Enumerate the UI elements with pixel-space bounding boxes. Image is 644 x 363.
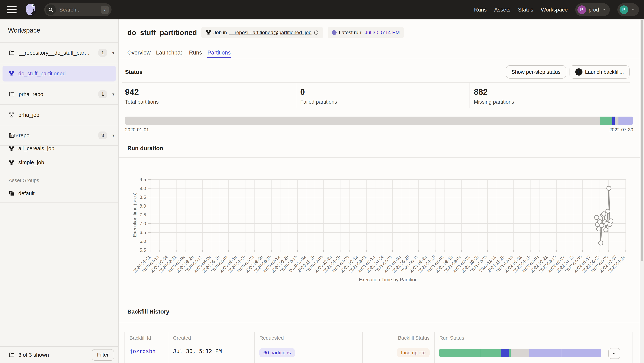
caret-down-icon[interactable]: ▾ bbox=[112, 133, 114, 138]
nav-link-status[interactable]: Status bbox=[518, 7, 533, 13]
folder-icon bbox=[9, 91, 15, 97]
nav-link-assets[interactable]: Assets bbox=[494, 7, 510, 13]
divider bbox=[119, 58, 644, 58]
tab-overview[interactable]: Overview bbox=[127, 47, 150, 58]
svg-text:2020-02-21: 2020-02-21 bbox=[158, 254, 177, 274]
tab-launchpad[interactable]: Launchpad bbox=[156, 47, 184, 58]
bar-segment bbox=[480, 349, 501, 357]
page-scrollbar-thumb[interactable] bbox=[641, 20, 643, 261]
bar-segment bbox=[529, 349, 561, 357]
sidebar-asset-group-label: default bbox=[18, 190, 34, 196]
caret-down-icon[interactable]: ▾ bbox=[112, 92, 114, 97]
sidebar-item-do-stuff-partitioned[interactable]: do_stuff_partitioned bbox=[0, 63, 118, 84]
tab-partitions[interactable]: Partitions bbox=[208, 47, 230, 58]
divider bbox=[119, 322, 644, 322]
filter-button[interactable]: Filter bbox=[92, 349, 114, 361]
sidebar-item-prha-repo[interactable]: prha_repo1▾ bbox=[0, 84, 118, 104]
caret-down-icon[interactable]: ▾ bbox=[112, 50, 114, 56]
search-placeholder: Search... bbox=[59, 7, 81, 13]
svg-text:7.5: 7.5 bbox=[140, 212, 146, 218]
svg-text:2021-08-01: 2021-08-01 bbox=[426, 254, 445, 274]
svg-text:Execution time (secs): Execution time (secs) bbox=[132, 192, 138, 237]
backfill-id-link[interactable]: jozrgsbh bbox=[130, 348, 156, 354]
user-avatar: P bbox=[620, 6, 628, 14]
svg-text:6.5: 6.5 bbox=[140, 230, 146, 235]
sidebar-asset-group-default[interactable]: default bbox=[9, 190, 34, 196]
nav-link-workspace[interactable]: Workspace bbox=[541, 7, 568, 13]
folder-icon-wrap bbox=[9, 50, 15, 56]
svg-text:5.5: 5.5 bbox=[140, 247, 146, 253]
backfill-table: Backfill Id Created Requested Backfill S… bbox=[124, 332, 632, 363]
run-duration-title: Run duration bbox=[127, 145, 163, 152]
stat-missing-partitions: 882Missing partitions bbox=[470, 82, 630, 108]
svg-text:2020-01-01: 2020-01-01 bbox=[132, 254, 152, 274]
bar-segment bbox=[501, 349, 509, 357]
job-icon bbox=[9, 71, 14, 76]
bar-segment bbox=[615, 116, 618, 125]
run-status-bar[interactable] bbox=[439, 349, 601, 357]
stat-label: Failed partitions bbox=[300, 99, 470, 105]
svg-text:9.5: 9.5 bbox=[140, 177, 146, 182]
sidebar-job-all_cereals_job[interactable]: all_cereals_job bbox=[9, 145, 54, 152]
table-row-cell-id: jozrgsbh bbox=[125, 344, 168, 363]
svg-text:2020-05-16: 2020-05-16 bbox=[202, 254, 220, 274]
svg-text:2021-12-15: 2021-12-15 bbox=[495, 254, 514, 274]
sidebar-item--repository-do-stuff-partitio-[interactable]: __repository__do_stuff_partitio...1▾ bbox=[0, 42, 118, 63]
search-shortcut-badge: / bbox=[101, 6, 109, 14]
svg-text:2022-06-20: 2022-06-20 bbox=[590, 254, 609, 274]
launch-backfill-button[interactable]: + Launch backfill... bbox=[570, 65, 630, 78]
hamburger-menu-icon[interactable] bbox=[7, 6, 16, 13]
sidebar-item-label: do_stuff_partitioned bbox=[18, 70, 66, 77]
selected-item-pill: do_stuff_partitioned bbox=[2, 66, 116, 82]
svg-text:2021-05-25: 2021-05-25 bbox=[392, 254, 410, 274]
svg-text:2022-07-07: 2022-07-07 bbox=[599, 254, 618, 274]
latest-run-pill: Latest run: Jul 30, 5:14 PM bbox=[328, 27, 404, 38]
dagster-logo-icon[interactable] bbox=[23, 2, 38, 17]
show-per-step-status-button[interactable]: Show per-step status bbox=[506, 65, 566, 78]
table-row-cell-status: Incomplete bbox=[362, 344, 434, 363]
latest-run-link[interactable]: Jul 30, 5:14 PM bbox=[365, 30, 400, 36]
job-icon bbox=[206, 30, 211, 36]
job-origin-link[interactable]: __reposi...artitioned@partitioned_job bbox=[229, 30, 312, 36]
svg-text:2020-06-02: 2020-06-02 bbox=[210, 254, 229, 274]
svg-text:2020-12-23: 2020-12-23 bbox=[314, 254, 333, 274]
svg-text:2021-01-26: 2021-01-26 bbox=[331, 254, 350, 274]
svg-text:2022-07-24: 2022-07-24 bbox=[607, 254, 626, 274]
requested-partitions-badge[interactable]: 60 partitions bbox=[260, 348, 295, 358]
svg-text:2021-07-15: 2021-07-15 bbox=[417, 254, 436, 274]
svg-text:2021-08-18: 2021-08-18 bbox=[434, 254, 454, 274]
chevron-down-icon bbox=[631, 8, 635, 12]
svg-text:2022-04-13: 2022-04-13 bbox=[556, 254, 574, 274]
search-input[interactable]: Search... / bbox=[44, 3, 112, 16]
asset-groups-section-label: Asset Groups bbox=[9, 178, 39, 183]
svg-text:2022-03-27: 2022-03-27 bbox=[547, 254, 566, 274]
deployment-switcher[interactable]: P prod bbox=[575, 3, 610, 16]
svg-text:2022-05-17: 2022-05-17 bbox=[573, 254, 592, 274]
nav-link-runs[interactable]: Runs bbox=[474, 7, 486, 13]
refresh-icon[interactable] bbox=[314, 30, 319, 35]
backfill-status-badge: Incomplete bbox=[397, 348, 430, 358]
sidebar-job-simple_job[interactable]: simple_job bbox=[9, 159, 44, 166]
partition-status-bar[interactable] bbox=[125, 116, 633, 125]
folder-icon bbox=[9, 352, 15, 358]
backfill-history-title: Backfill History bbox=[127, 308, 169, 315]
backfill-created: Jul 30, 5:12 PM bbox=[173, 348, 222, 354]
job-icon bbox=[9, 112, 14, 118]
svg-text:2020-11-02: 2020-11-02 bbox=[288, 254, 307, 273]
expand-row-button[interactable] bbox=[608, 348, 620, 359]
svg-text:2021-04-21: 2021-04-21 bbox=[374, 254, 393, 274]
user-menu[interactable]: P bbox=[618, 3, 639, 16]
stat-value: 882 bbox=[474, 87, 630, 97]
stat-value: 942 bbox=[125, 87, 296, 97]
job-icon bbox=[9, 160, 14, 165]
svg-text:2021-02-12: 2021-02-12 bbox=[340, 254, 359, 274]
sidebar-item-prha-job[interactable]: prha_job bbox=[0, 104, 118, 125]
svg-text:2020-10-16: 2020-10-16 bbox=[279, 254, 298, 274]
sidebar-item-label: __repository__do_stuff_partitio... bbox=[19, 50, 90, 56]
nav-links: RunsAssetsStatusWorkspace bbox=[474, 7, 568, 13]
deployment-label: prod bbox=[588, 7, 599, 13]
page-scrollbar-track[interactable] bbox=[640, 20, 644, 363]
tab-runs[interactable]: Runs bbox=[189, 47, 202, 58]
col-header-actions bbox=[605, 332, 632, 344]
status-header-row: Status Show per-step status + Launch bac… bbox=[125, 65, 630, 79]
